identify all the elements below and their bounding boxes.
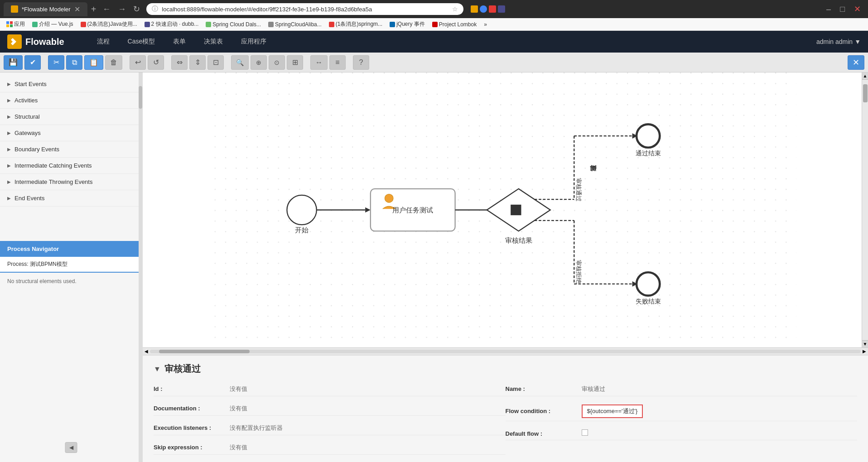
detail-title-text: 审核通过 [164,363,201,375]
browser-tab[interactable]: *Flowable Modeler ✕ [4,2,87,16]
bookmark-apps[interactable]: 应用 [4,19,28,29]
bookmark-lombok[interactable]: Project Lombok [429,20,479,29]
ext-icon-2 [480,5,487,13]
bookmarks-bar: 应用 介绍 — Vue.js (2条消息)Java使用... 2 快速启动 · … [0,18,868,31]
maximize-btn[interactable]: □ [836,3,849,15]
distribute-btn[interactable]: ⊡ [207,55,224,70]
sidebar-scrollbar [139,72,142,462]
bookmark-springcloud-alibaba[interactable]: SpringCloudAliba... [265,20,324,29]
sidebar-item-activities[interactable]: ▶ Activities [0,92,142,109]
help-btn[interactable]: ? [353,55,369,70]
nav-item-process[interactable]: 流程 [90,34,117,49]
bookmark-springm[interactable]: (1条消息)springm... [326,19,385,29]
save-btn[interactable]: 💾 [4,55,23,70]
svg-text:开始: 开始 [295,226,309,234]
arrow-icon-gateways: ▶ [7,130,11,135]
arrow-icon-intermediate-catching: ▶ [7,163,11,168]
arrow-icon-intermediate-throwing: ▶ [7,179,11,184]
canvas-scroll-track [862,80,868,340]
sidebar-collapse-btn[interactable]: ◀ [65,442,77,453]
sidebar-label-structural: Structural [14,113,40,120]
user-menu[interactable]: admin admin ▼ [816,38,861,45]
undo-btn[interactable]: ↩ [130,55,146,70]
align-h-btn[interactable]: ⇔ [171,55,188,70]
bookmark-more[interactable]: » [481,20,490,29]
bookmark-java[interactable]: (2条消息)Java使用... [78,19,140,29]
zoom-out-btn[interactable]: 🔍 [231,55,249,70]
toggle-btn[interactable]: ↔ [310,55,328,70]
star-icon[interactable]: ☆ [452,5,458,13]
sidebar-item-structural[interactable]: ▶ Structural [0,109,142,125]
forward-btn[interactable]: → [115,4,129,15]
field-value-id: 没有值 [230,385,247,393]
detail-field-name: Name : 审核通过 [506,382,858,396]
tab-close-btn[interactable]: ✕ [74,5,80,14]
nav-item-decision[interactable]: 决策表 [197,34,230,49]
url-text: localhost:8889/flowable-modeler/#/editor… [162,6,448,13]
detail-field-documentation: Documentation : 没有值 [154,402,506,416]
field-label-id: Id : [154,385,226,392]
svg-text:失败结束: 失败结束 [636,298,661,305]
user-dropdown-icon: ▼ [854,38,861,45]
nav-item-case[interactable]: Case模型 [121,34,163,49]
sidebar-item-start-events[interactable]: ▶ Start Events [0,76,142,92]
bookmark-vuejs[interactable]: 介绍 — Vue.js [29,19,76,29]
svg-text:通过结束: 通过结束 [636,149,661,157]
h-scroll-track [150,350,861,353]
fit-page-btn[interactable]: ⊞ [287,55,303,70]
detail-field-flow-condition: Flow condition : ${outcome=='通过'} [506,402,858,421]
sidebar-item-intermediate-catching[interactable]: ▶ Intermediate Catching Events [0,158,142,174]
sidebar-item-gateways[interactable]: ▶ Gateways [0,125,142,141]
detail-field-default-flow: Default flow : [506,427,858,440]
zoom-fit-btn[interactable]: ⊙ [269,55,285,70]
cut-btn[interactable]: ✂ [48,55,64,70]
ext-icon-3 [489,5,496,13]
bookmark-jquery[interactable]: jQuery 事件 [387,19,428,29]
sidebar-label-intermediate-throwing: Intermediate Throwing Events [14,178,92,185]
diagram-canvas[interactable]: 开始 用户任务测试 审核结果 [143,72,868,347]
browser-controls: ← → ↻ [100,3,143,15]
new-tab-btn[interactable]: + [91,4,96,14]
field-value-documentation: 没有值 [230,404,247,413]
sidebar-label-intermediate-catching: Intermediate Catching Events [14,162,92,169]
field-value-flow-condition[interactable]: ${outcome=='通过'} [582,404,643,418]
field-label-execution-listeners: Execution listeners : [154,424,226,431]
detail-collapse-icon[interactable]: ▼ [154,365,161,373]
delete-btn[interactable]: 🗑 [105,55,122,70]
align-v-btn[interactable]: ⇕ [189,55,206,70]
close-btn[interactable]: ✕ [850,3,864,15]
zoom-in-btn[interactable]: ⊕ [251,55,267,70]
refresh-btn[interactable]: ↻ [130,3,143,15]
sidebar-item-intermediate-throwing[interactable]: ▶ Intermediate Throwing Events [0,174,142,190]
canvas-scroll-down-btn[interactable]: ▼ [862,340,868,347]
detail-left-column: Id : 没有值 Documentation : 没有值 Execution l… [154,382,506,455]
nav-menu: 流程 Case模型 表单 决策表 应用程序 [90,34,274,49]
sidebar-footer: ◀ [0,451,142,462]
back-btn[interactable]: ← [100,4,113,15]
address-bar[interactable]: ⓘ localhost:8889/flowable-modeler/#/edit… [146,3,463,15]
svg-point-27 [637,272,660,295]
options-btn[interactable]: ≡ [329,55,346,70]
bookmark-dubbo[interactable]: 2 快速启动 · dubb... [142,19,202,29]
minimize-btn[interactable]: – [823,3,834,15]
nav-item-app[interactable]: 应用程序 [234,34,274,49]
paste-btn[interactable]: 📋 [84,55,103,70]
sidebar-label-start-events: Start Events [14,81,47,87]
field-value-default-flow-checkbox[interactable] [582,429,588,436]
h-scroll-left-btn[interactable]: ◀ [145,349,148,354]
copy-btn[interactable]: ⧉ [66,55,82,70]
canvas-h-scrollbar: ◀ ▶ [143,347,868,355]
sidebar-item-end-events[interactable]: ▶ End Events [0,190,142,207]
field-label-documentation: Documentation : [154,405,226,412]
bookmark-spring-cloud[interactable]: Spring Cloud Dals... [203,20,264,29]
nav-item-form[interactable]: 表单 [166,34,193,49]
logo-text: Flowable [25,37,64,47]
redo-btn[interactable]: ↺ [148,55,164,70]
sidebar-item-boundary-events[interactable]: ▶ Boundary Events [0,141,142,158]
close-editor-btn[interactable]: ✕ [848,55,864,70]
tab-favicon [11,5,18,13]
validate-btn[interactable]: ✔ [24,55,41,70]
h-scroll-right-btn[interactable]: ▶ [863,349,866,354]
canvas-scroll-up-btn[interactable]: ▲ [862,72,868,80]
sidebar-scroll-thumb [139,86,142,109]
